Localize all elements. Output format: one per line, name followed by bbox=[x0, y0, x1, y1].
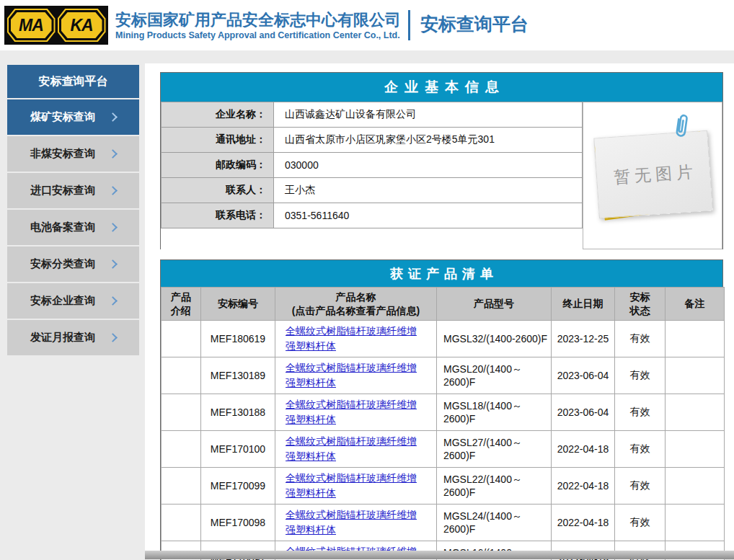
end-date-cell: 2023-06-04 bbox=[552, 394, 615, 431]
col-header-status: 安标状态 bbox=[615, 288, 666, 321]
approval-code-cell: MEF180619 bbox=[201, 321, 275, 357]
product-intro-cell bbox=[162, 357, 201, 394]
end-date-cell: 2023-06-04 bbox=[552, 357, 615, 394]
ma-badge-text: MA bbox=[11, 12, 52, 38]
end-date-cell: 2022-04-18 bbox=[552, 505, 615, 541]
product-intro-cell bbox=[162, 321, 201, 357]
table-row: MEF170099 全螺纹式树脂锚杆玻璃纤维增强塑料杆体 MGSL22/(140… bbox=[162, 468, 725, 505]
no-image-text: 暂无图片 bbox=[609, 160, 698, 188]
contact-phone-label: 联系电话： bbox=[162, 203, 274, 228]
ka-badge-icon: KA bbox=[58, 9, 106, 42]
product-name-cell: 全螺纹式树脂锚杆玻璃纤维增强塑料杆体 bbox=[275, 468, 437, 505]
table-row: MEF130188 全螺纹式树脂锚杆玻璃纤维增强塑料杆体 MGSL18/(140… bbox=[162, 394, 725, 431]
table-row: 企业名称： 山西诚鑫达矿山设备有限公司 bbox=[162, 102, 583, 128]
product-name-cell: 全螺纹式树脂锚杆玻璃纤维增强塑料杆体 bbox=[275, 357, 437, 394]
postcode-value: 030000 bbox=[274, 153, 583, 178]
product-list-title: 获证产品清单 bbox=[161, 260, 722, 287]
table-row: MEF130189 全螺纹式树脂锚杆玻璃纤维增强塑料杆体 MGSL20/(140… bbox=[162, 357, 725, 394]
maka-logo: MA KA bbox=[4, 6, 108, 45]
company-name-label: 企业名称： bbox=[162, 102, 274, 128]
product-name-cell: 全螺纹式树脂锚杆玻璃纤维增强塑料杆体 bbox=[275, 505, 437, 541]
product-name-link[interactable]: 全螺纹式树脂锚杆玻璃纤维增强塑料杆体 bbox=[286, 325, 417, 352]
product-intro-cell bbox=[162, 394, 201, 431]
platform-title: 安标查询平台 bbox=[420, 12, 529, 39]
main-panel: 企业基本信息 企业名称： 山西诚鑫达矿山设备有限公司 通讯地址： 山西省太原市小… bbox=[145, 63, 734, 551]
product-model-cell: MGSL24/(1400～2600)F bbox=[437, 505, 552, 541]
col-header-note: 备注 bbox=[666, 288, 725, 321]
product-intro-cell bbox=[162, 468, 201, 505]
address-value: 山西省太原市小店区巩家堡小区2号楼5单元301 bbox=[274, 128, 583, 153]
table-row: 邮政编码： 030000 bbox=[162, 153, 583, 178]
chevron-right-icon bbox=[108, 333, 118, 342]
sidebar-item-import-query[interactable]: 进口安标查询 bbox=[7, 173, 139, 208]
product-name-link[interactable]: 全螺纹式树脂锚杆玻璃纤维增强塑料杆体 bbox=[286, 472, 417, 499]
page-bottom-shadow bbox=[145, 551, 734, 559]
note-cell bbox=[666, 394, 725, 431]
table-row: 通讯地址： 山西省太原市小店区巩家堡小区2号楼5单元301 bbox=[162, 128, 583, 153]
approval-code-cell: MEF170100 bbox=[201, 431, 275, 468]
product-name-link[interactable]: 全螺纹式树脂锚杆玻璃纤维增强塑料杆体 bbox=[286, 362, 417, 388]
enterprise-info-section: 企业基本信息 企业名称： 山西诚鑫达矿山设备有限公司 通讯地址： 山西省太原市小… bbox=[160, 72, 723, 249]
company-name-value: 山西诚鑫达矿山设备有限公司 bbox=[274, 102, 583, 128]
end-date-cell: 2023-12-25 bbox=[552, 321, 615, 357]
product-table-header-row: 产品介绍 安标编号 产品名称(点击产品名称查看产品信息) 产品型号 终止日期 bbox=[162, 288, 725, 321]
approval-code-cell: MEF170099 bbox=[201, 468, 275, 505]
chevron-right-icon bbox=[108, 186, 118, 195]
sidebar-item-monthly-report-query[interactable]: 发证月报查询 bbox=[7, 320, 139, 355]
contact-person-label: 联系人： bbox=[162, 178, 274, 203]
status-cell: 有效 bbox=[615, 321, 666, 357]
org-name-en: Mining Products Safety Approval and Cert… bbox=[115, 30, 401, 40]
note-cell bbox=[666, 431, 725, 468]
sidebar-title: 安标查询平台 bbox=[7, 65, 139, 98]
org-name-cn: 安标国家矿用产品安全标志中心有限公司 bbox=[115, 10, 401, 30]
approval-code-cell: MEF170098 bbox=[201, 505, 275, 541]
chevron-right-icon bbox=[108, 296, 118, 306]
product-model-cell: MGSL32/(1400-2600)F bbox=[437, 321, 552, 357]
enterprise-info-table: 企业名称： 山西诚鑫达矿山设备有限公司 通讯地址： 山西省太原市小店区巩家堡小区… bbox=[161, 102, 583, 228]
sidebar-item-enterprise-query[interactable]: 安标企业查询 bbox=[7, 283, 139, 319]
status-cell: 有效 bbox=[615, 431, 666, 468]
table-row: MEF170098 全螺纹式树脂锚杆玻璃纤维增强塑料杆体 MGSL24/(140… bbox=[162, 505, 725, 541]
contact-phone-value: 0351-5611640 bbox=[274, 203, 583, 228]
end-date-cell: 2022-04-18 bbox=[552, 431, 615, 468]
address-label: 通讯地址： bbox=[162, 128, 274, 153]
chevron-right-icon bbox=[108, 149, 118, 159]
sidebar-item-label: 安标企业查询 bbox=[30, 294, 95, 308]
sidebar-item-label: 非煤安标查询 bbox=[30, 147, 95, 161]
sidebar-item-coal-query[interactable]: 煤矿安标查询 bbox=[7, 99, 139, 135]
site-header: MA KA 安标国家矿用产品安全标志中心有限公司 Mining Products… bbox=[0, 0, 734, 50]
paperclip-icon bbox=[671, 112, 691, 141]
product-intro-cell bbox=[162, 505, 201, 541]
note-cell bbox=[666, 357, 725, 394]
org-names: 安标国家矿用产品安全标志中心有限公司 Mining Products Safet… bbox=[115, 10, 401, 40]
product-name-cell: 全螺纹式树脂锚杆玻璃纤维增强塑料杆体 bbox=[275, 321, 437, 357]
product-table: 产品介绍 安标编号 产品名称(点击产品名称查看产品信息) 产品型号 终止日期 bbox=[161, 287, 725, 560]
table-row: MEF170100 全螺纹式树脂锚杆玻璃纤维增强塑料杆体 MGSL27/(140… bbox=[162, 431, 725, 468]
sidebar-item-label: 发证月报查询 bbox=[30, 331, 95, 345]
status-cell: 有效 bbox=[615, 357, 666, 394]
no-image-card: 暂无图片 bbox=[593, 130, 712, 219]
sidebar-item-battery-query[interactable]: 电池备案查询 bbox=[7, 210, 139, 245]
sidebar-item-noncoal-query[interactable]: 非煤安标查询 bbox=[7, 136, 139, 172]
approval-code-cell: MEF130188 bbox=[201, 394, 275, 431]
ma-badge-icon: MA bbox=[7, 9, 56, 42]
product-name-link[interactable]: 全螺纹式树脂锚杆玻璃纤维增强塑料杆体 bbox=[286, 509, 417, 535]
product-name-cell: 全螺纹式树脂锚杆玻璃纤维增强塑料杆体 bbox=[275, 394, 437, 431]
table-row: MEF180619 全螺纹式树脂锚杆玻璃纤维增强塑料杆体 MGSL32/(140… bbox=[162, 321, 725, 357]
product-model-cell: MGSL22/(1400～2600)F bbox=[437, 468, 552, 505]
sidebar-item-category-query[interactable]: 安标分类查询 bbox=[7, 246, 139, 282]
sidebar-item-label: 电池备案查询 bbox=[30, 221, 95, 234]
product-name-link[interactable]: 全螺纹式树脂锚杆玻璃纤维增强塑料杆体 bbox=[286, 399, 417, 425]
enterprise-info-title: 企业基本信息 bbox=[161, 73, 722, 102]
sidebar-item-label: 进口安标查询 bbox=[30, 184, 95, 197]
chevron-right-icon bbox=[108, 259, 118, 269]
col-header-product-intro: 产品介绍 bbox=[162, 288, 201, 321]
chevron-right-icon bbox=[108, 223, 118, 232]
note-cell bbox=[666, 505, 725, 541]
product-name-link[interactable]: 全螺纹式树脂锚杆玻璃纤维增强塑料杆体 bbox=[286, 435, 417, 462]
chevron-right-icon bbox=[108, 112, 118, 122]
company-image-placeholder: 暂无图片 bbox=[583, 102, 723, 249]
ka-badge-text: KA bbox=[61, 12, 102, 38]
col-header-product-name: 产品名称(点击产品名称查看产品信息) bbox=[275, 288, 437, 321]
note-cell bbox=[666, 321, 725, 357]
